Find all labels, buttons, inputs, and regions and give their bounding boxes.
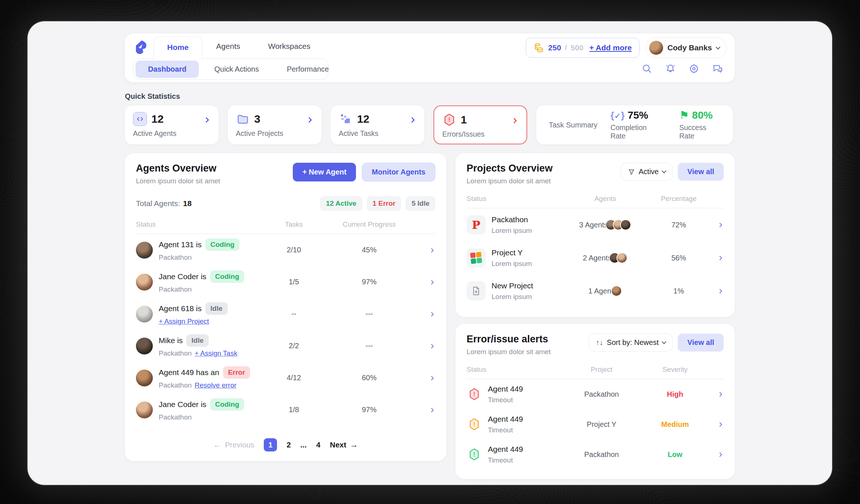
project-row[interactable]: P Packathon Lorem ipsum 3 Agents 72% bbox=[467, 208, 724, 241]
tasks-cell: 2/2 bbox=[266, 342, 321, 350]
agent-row[interactable]: Agent 131 is Coding Packathon 2/10 45% bbox=[136, 234, 435, 266]
pagination-page-1[interactable]: 1 bbox=[264, 438, 277, 451]
stat-label: Active Projects bbox=[236, 129, 313, 138]
agent-row[interactable]: Jane Coder is Coding Packathon 1/8 97% bbox=[136, 394, 435, 426]
subnav-tab-quick-actions[interactable]: Quick Actions bbox=[202, 61, 271, 78]
project-sub: Lorem ipsum bbox=[492, 227, 532, 235]
progress-cell: 60% bbox=[321, 374, 417, 382]
stat-card-errors[interactable]: ! 1 Errors/Issues bbox=[433, 105, 527, 144]
assign-project-link[interactable]: + Assign Project bbox=[159, 317, 209, 325]
agent-name: Agent 449 has an bbox=[159, 368, 219, 377]
header: Home Agents Workspaces 250 / 500 + Add m… bbox=[125, 33, 735, 82]
chevron-right-icon[interactable] bbox=[429, 344, 434, 349]
resolve-error-link[interactable]: Resolve error bbox=[195, 381, 237, 389]
subnav-tab-dashboard[interactable]: Dashboard bbox=[136, 61, 199, 78]
avatar bbox=[136, 402, 153, 418]
pagination-page-4[interactable]: 4 bbox=[316, 440, 320, 449]
chevron-right-icon[interactable] bbox=[717, 289, 722, 294]
alert-row[interactable]: ! Agent 449 Timeout Project Y Medium bbox=[467, 409, 724, 439]
new-agent-button[interactable]: + New Agent bbox=[293, 163, 356, 181]
stat-value: 1 bbox=[461, 114, 467, 126]
agent-name: Agent 131 is bbox=[159, 240, 202, 249]
status-badge: Coding bbox=[210, 398, 244, 411]
arrow-right-icon: → bbox=[350, 441, 358, 449]
warning-hexagon-icon: ! bbox=[467, 386, 482, 403]
chevron-right-icon[interactable] bbox=[717, 452, 722, 457]
chat-icon[interactable] bbox=[712, 63, 723, 74]
success-rate-value: 80% bbox=[692, 109, 713, 121]
chevron-right-icon[interactable] bbox=[429, 376, 434, 381]
stat-card-active-projects[interactable]: 3 Active Projects bbox=[228, 105, 321, 144]
chevron-down-icon bbox=[662, 339, 666, 344]
credits-total: 500 bbox=[571, 43, 583, 52]
alert-agent: Agent 449 bbox=[488, 445, 523, 454]
search-icon[interactable] bbox=[641, 63, 652, 74]
user-menu[interactable]: Cody Banks bbox=[645, 37, 727, 58]
percentage-cell: 56% bbox=[648, 254, 709, 262]
agents-table-header: Status Tasks Current Progress bbox=[136, 220, 435, 234]
subnav: Dashboard Quick Actions Performance bbox=[133, 58, 328, 80]
subnav-tab-performance[interactable]: Performance bbox=[274, 61, 342, 78]
chevron-right-icon[interactable] bbox=[717, 392, 722, 397]
tasks-cell: 4/12 bbox=[266, 374, 321, 382]
chevron-right-icon[interactable] bbox=[717, 422, 722, 427]
chevron-right-icon[interactable] bbox=[717, 223, 722, 227]
warning-hexagon-icon: ! bbox=[467, 446, 482, 463]
projects-overview-subtitle: Lorem ipsum dolor sit amet bbox=[467, 177, 553, 185]
assign-task-link[interactable]: + Assign Task bbox=[195, 349, 237, 357]
project-row[interactable]: Project Y Lorem ipsum 2 Agents 56% bbox=[467, 241, 724, 274]
error-alerts-panel: Error/issue alerts Lorem ipsum dolor sit… bbox=[456, 324, 735, 479]
chevron-right-icon[interactable] bbox=[429, 408, 434, 413]
svg-text:!: ! bbox=[473, 451, 475, 458]
avatar-cluster bbox=[609, 219, 631, 230]
pagination-previous[interactable]: ← Previous bbox=[213, 440, 254, 449]
pagination-page-2[interactable]: 2 bbox=[287, 440, 291, 449]
alerts-view-all-button[interactable]: View all bbox=[678, 334, 724, 352]
pagination-ellipsis: ... bbox=[301, 440, 307, 449]
stat-label: Errors/Issues bbox=[442, 130, 518, 138]
agent-row[interactable]: Mike is Idle Packathon + Assign Task 2/2… bbox=[136, 330, 435, 362]
credits-separator: / bbox=[565, 43, 567, 52]
credits-pill[interactable]: 250 / 500 + Add more bbox=[526, 38, 639, 58]
avatar-cluster bbox=[613, 252, 627, 263]
chevron-right-icon[interactable] bbox=[429, 312, 434, 317]
agent-name: Jane Coder is bbox=[159, 400, 206, 409]
active-count-badge: 12 Active bbox=[320, 196, 362, 211]
app-logo-icon bbox=[134, 40, 148, 56]
notifications-bell-icon[interactable] bbox=[665, 63, 676, 74]
stat-card-active-agents[interactable]: 12 Active Agents bbox=[125, 105, 219, 144]
column-status: Status bbox=[467, 195, 562, 203]
add-more-link[interactable]: + Add more bbox=[589, 43, 631, 52]
coins-icon bbox=[533, 42, 544, 53]
monitor-agents-button[interactable]: Monitor Agents bbox=[362, 163, 435, 181]
agent-row[interactable]: Jane Coder is Coding Packathon 1/5 97% bbox=[136, 266, 435, 298]
stat-card-active-tasks[interactable]: 12 Active Tasks bbox=[331, 105, 424, 144]
alert-row[interactable]: ! Agent 449 Timeout Packathon High bbox=[467, 379, 724, 409]
alert-type: Timeout bbox=[488, 426, 513, 434]
nav-tab-home[interactable]: Home bbox=[154, 36, 202, 60]
column-project: Project bbox=[562, 366, 641, 374]
sort-arrows-icon: ↑↓ bbox=[596, 338, 603, 347]
chevron-right-icon[interactable] bbox=[429, 280, 434, 285]
nav-tab-workspaces[interactable]: Workspaces bbox=[254, 42, 324, 51]
alert-row[interactable]: ! Agent 449 Timeout Packathon Low bbox=[467, 439, 724, 469]
agent-row[interactable]: Agent 618 is Idle + Assign Project -- --… bbox=[136, 298, 435, 330]
svg-text:!: ! bbox=[448, 116, 450, 123]
settings-gear-icon[interactable] bbox=[688, 63, 699, 74]
projects-overview-title: Projects Overview bbox=[467, 163, 553, 174]
warning-hexagon-icon: ! bbox=[467, 416, 482, 433]
project-row[interactable]: New Project Lorem ipsum 1 Agent 1% bbox=[467, 274, 724, 307]
nav-tab-agents[interactable]: Agents bbox=[202, 42, 254, 51]
alerts-table-header: Status Project Severity bbox=[467, 366, 724, 379]
progress-cell: --- bbox=[321, 310, 417, 318]
chevron-right-icon[interactable] bbox=[429, 248, 434, 253]
idle-count-badge: 5 Idle bbox=[406, 196, 435, 211]
projects-view-all-button[interactable]: View all bbox=[678, 163, 724, 181]
pagination-next[interactable]: Next → bbox=[330, 440, 358, 449]
agent-row[interactable]: Agent 449 has an Error Packathon Resolve… bbox=[136, 362, 435, 394]
project-filter-select[interactable]: Active bbox=[621, 163, 673, 181]
sort-select[interactable]: ↑↓ Sort by: Newest bbox=[589, 334, 673, 352]
chevron-right-icon[interactable] bbox=[717, 256, 722, 260]
tasks-cell: 2/10 bbox=[266, 246, 321, 254]
agents-overview-panel: Agents Overview Lorem ipsum dolor sit am… bbox=[125, 153, 446, 461]
